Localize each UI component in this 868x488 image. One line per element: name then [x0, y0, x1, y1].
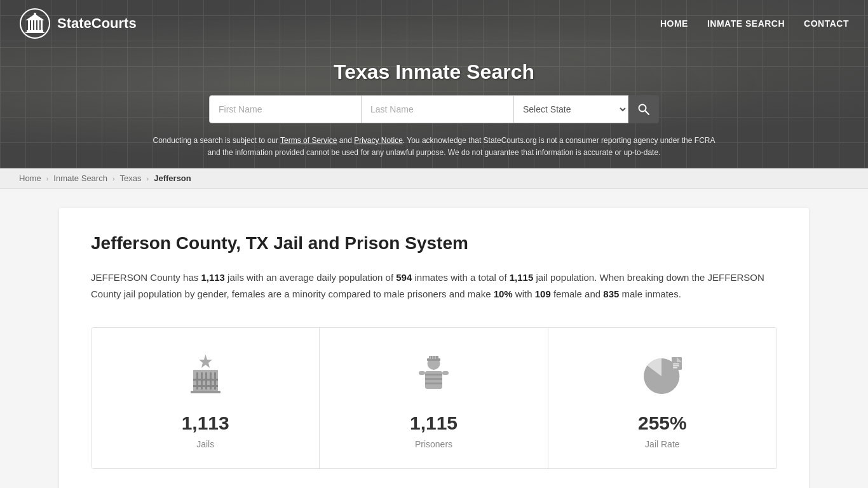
logo-link[interactable]: StateCourts: [19, 8, 137, 39]
main-content: Jefferson County, TX Jail and Prison Sys…: [0, 208, 868, 488]
svg-rect-2: [25, 32, 44, 33]
jails-stat-number: 1,113: [182, 412, 229, 434]
female-count-inline: 109: [535, 288, 551, 299]
breadcrumb-inmate-search[interactable]: Inmate Search: [53, 173, 107, 183]
search-button[interactable]: [628, 95, 659, 123]
breadcrumb-home[interactable]: Home: [19, 173, 41, 183]
female-pct-inline: 10%: [494, 288, 513, 299]
breadcrumb-current: Jefferson: [154, 173, 191, 183]
header-content: Texas Inmate Search Select State Texas C…: [0, 48, 868, 168]
logo-icon: [19, 8, 51, 39]
svg-rect-3: [28, 20, 30, 30]
site-header: StateCourts HOME INMATE SEARCH CONTACT T…: [0, 0, 868, 168]
breadcrumb-sep-3: ›: [147, 175, 149, 182]
svg-rect-1: [27, 30, 43, 32]
nav-links: HOME INMATE SEARCH CONTACT: [660, 18, 849, 29]
breadcrumb-state[interactable]: Texas: [120, 173, 142, 183]
svg-rect-7: [41, 20, 43, 30]
prisoners-stat-label: Prisoners: [415, 439, 452, 449]
svg-rect-20: [193, 385, 218, 387]
main-nav: StateCourts HOME INMATE SEARCH CONTACT: [0, 0, 868, 48]
svg-rect-31: [425, 383, 442, 384]
jails-count-inline: 1,113: [201, 272, 225, 283]
svg-rect-25: [430, 356, 431, 359]
jail-rate-stat-label: Jail Rate: [645, 439, 679, 449]
privacy-link[interactable]: Privacy Notice: [354, 136, 403, 145]
svg-rect-5: [34, 20, 36, 30]
breadcrumb-sep-2: ›: [112, 175, 115, 182]
prisoner-icon: [408, 350, 459, 401]
male-count-inline: 835: [603, 288, 619, 299]
svg-rect-19: [193, 379, 218, 381]
svg-rect-27: [435, 356, 436, 359]
nav-home[interactable]: HOME: [660, 18, 688, 29]
site-name: StateCourts: [57, 15, 137, 32]
search-icon: [637, 103, 650, 116]
state-select[interactable]: Select State Texas California Florida: [514, 95, 628, 123]
svg-marker-12: [199, 355, 212, 368]
total-pop-inline: 1,115: [510, 272, 534, 283]
jails-stat-label: Jails: [196, 439, 214, 449]
avg-pop-inline: 594: [396, 272, 412, 283]
svg-rect-37: [673, 363, 679, 365]
stats-grid: 1,113 Jails: [91, 327, 777, 469]
header-title: Texas Inmate Search: [13, 60, 855, 84]
svg-rect-38: [673, 365, 679, 367]
page-heading: Jefferson County, TX Jail and Prison Sys…: [91, 233, 777, 254]
svg-rect-21: [191, 391, 220, 393]
svg-rect-39: [673, 367, 677, 369]
description-text: JEFFERSON County has 1,113 jails with an…: [91, 269, 777, 302]
first-name-input[interactable]: [209, 95, 362, 123]
nav-inmate-search[interactable]: INMATE SEARCH: [707, 18, 785, 29]
last-name-input[interactable]: [362, 95, 514, 123]
svg-rect-6: [37, 20, 39, 30]
prisoners-stat-number: 1,115: [410, 412, 458, 434]
chart-icon: [637, 350, 688, 401]
svg-rect-29: [425, 374, 442, 376]
stat-card-jail-rate: 255% Jail Rate: [548, 328, 776, 468]
svg-rect-32: [419, 371, 425, 375]
svg-rect-26: [432, 356, 433, 359]
breadcrumb: Home › Inmate Search › Texas › Jefferson: [0, 168, 868, 189]
svg-rect-4: [31, 20, 33, 30]
jail-rate-stat-number: 255%: [638, 412, 687, 434]
svg-rect-33: [442, 371, 449, 375]
disclaimer-text: Conducting a search is subject to our Te…: [148, 135, 720, 159]
breadcrumb-sep-1: ›: [46, 175, 49, 182]
stat-card-jails: 1,113 Jails: [92, 328, 320, 468]
nav-contact[interactable]: CONTACT: [804, 18, 849, 29]
svg-line-11: [646, 111, 649, 115]
svg-point-9: [34, 13, 36, 15]
jail-icon: [180, 350, 231, 401]
search-bar: Select State Texas California Florida: [13, 95, 855, 123]
svg-rect-30: [425, 378, 442, 380]
stat-card-prisoners: 1,115 Prisoners: [320, 328, 548, 468]
terms-link[interactable]: Terms of Service: [280, 136, 337, 145]
